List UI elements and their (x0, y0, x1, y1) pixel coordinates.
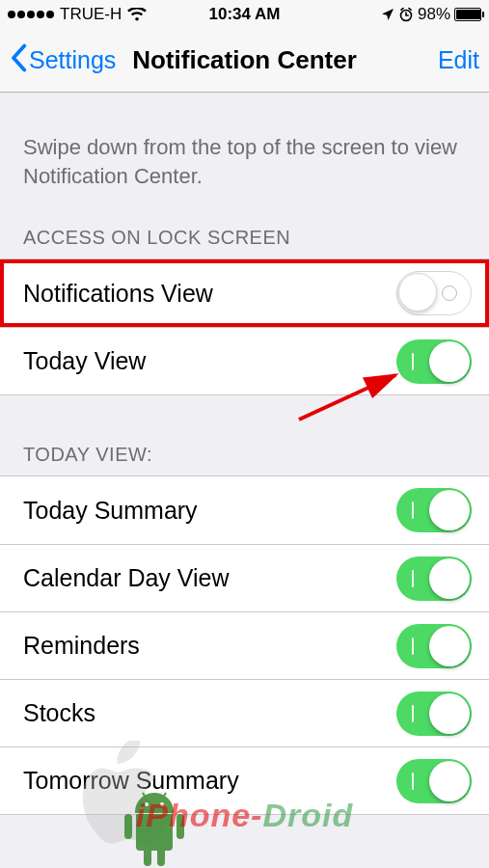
row-label: Stocks (23, 699, 396, 727)
toggle-today-summary[interactable] (396, 488, 472, 532)
section-header-lock-screen: ACCESS ON LOCK SCREEN (0, 217, 489, 258)
row-reminders[interactable]: Reminders (0, 611, 489, 679)
battery-percent: 98% (418, 5, 450, 24)
row-label: Reminders (23, 632, 396, 660)
row-stocks[interactable]: Stocks (0, 679, 489, 746)
edit-button[interactable]: Edit (438, 46, 479, 74)
row-label: Calendar Day View (23, 564, 396, 592)
row-tomorrow-summary[interactable]: Tomorrow Summary (0, 746, 489, 814)
list-lock-screen: Notifications View Today View (0, 258, 489, 395)
svg-rect-4 (124, 814, 132, 839)
chevron-left-icon (10, 43, 27, 78)
toggle-notifications-view[interactable] (396, 271, 472, 315)
toggle-calendar-day-view[interactable] (396, 556, 472, 601)
wifi-icon (127, 8, 147, 22)
toggle-stocks[interactable] (396, 692, 472, 736)
svg-rect-5 (177, 814, 184, 839)
carrier-label: TRUE-H (60, 5, 122, 24)
section-header-today-view: TODAY VIEW: (0, 434, 489, 475)
list-today-view: Today Summary Calendar Day View Reminder… (0, 475, 489, 815)
status-bar: TRUE-H 10:34 AM 98% (0, 0, 489, 29)
alarm-icon (398, 7, 414, 22)
row-label: Today Summary (23, 497, 396, 525)
row-today-view[interactable]: Today View (0, 327, 489, 394)
toggle-reminders[interactable] (396, 624, 472, 668)
signal-strength-icon (8, 11, 54, 18)
battery-icon (454, 8, 481, 21)
row-today-summary[interactable]: Today Summary (0, 476, 489, 544)
location-icon (381, 8, 394, 21)
row-label: Today View (23, 347, 396, 375)
back-label: Settings (29, 46, 116, 74)
row-notifications-view[interactable]: Notifications View (0, 259, 489, 327)
row-calendar-day-view[interactable]: Calendar Day View (0, 544, 489, 611)
row-label: Notifications View (23, 280, 396, 308)
section-description: Swipe down from the top of the screen to… (0, 93, 489, 217)
row-label: Tomorrow Summary (23, 767, 396, 795)
toggle-today-view[interactable] (396, 339, 472, 384)
toggle-tomorrow-summary[interactable] (396, 759, 472, 803)
back-button[interactable]: Settings (10, 43, 116, 78)
status-time: 10:34 AM (166, 5, 324, 24)
navigation-bar: Settings Notification Center Edit (0, 29, 489, 93)
